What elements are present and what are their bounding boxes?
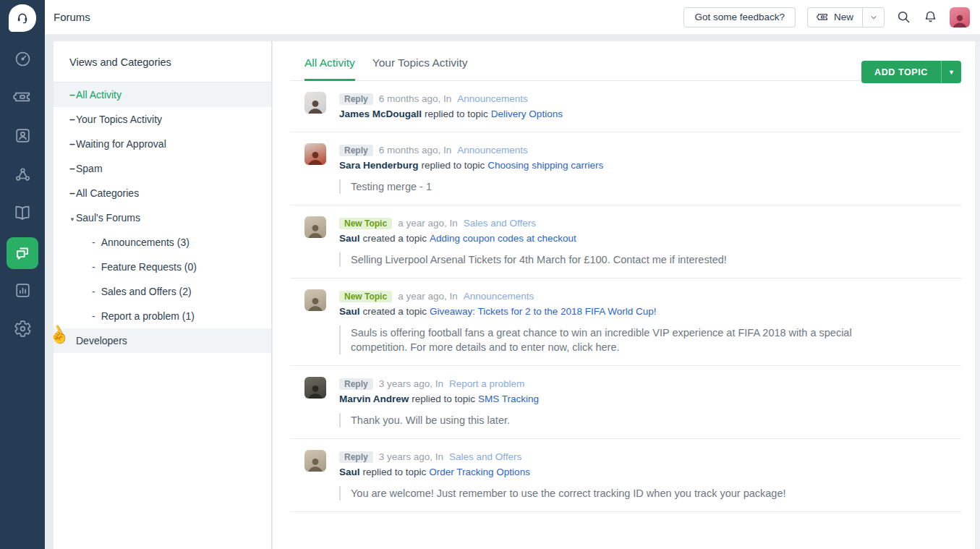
top-bar: Forums Got some feedback? New <box>45 0 980 35</box>
activity-tabs: All Activity Your Topics Activity <box>290 56 961 81</box>
action-text: created a topic <box>363 306 427 317</box>
category-developers[interactable]: Developers <box>54 328 271 353</box>
view-your-topics-activity[interactable]: – Your Topics Activity <box>54 107 271 132</box>
forum-label: Report a problem (1) <box>101 310 195 322</box>
action-text: replied to topic <box>425 108 488 119</box>
page-title: Forums <box>54 11 90 23</box>
community-icon[interactable] <box>0 163 45 185</box>
category-link[interactable]: Sales and Offers <box>464 218 536 229</box>
dash-marker: – <box>54 114 76 125</box>
main-header: All Activity Your Topics Activity ADD TO… <box>290 41 961 81</box>
analytics-icon[interactable] <box>0 279 45 301</box>
actor-name: James McDougall <box>339 108 422 119</box>
actor-name: Saul <box>339 306 360 317</box>
app-logo[interactable] <box>9 4 36 32</box>
actor-name: Marvin Andrew <box>339 393 409 404</box>
add-topic-button[interactable]: ADD TOPIC <box>861 61 941 83</box>
actor-name: Sara Henderburg <box>339 160 419 171</box>
topic-link[interactable]: Delivery Options <box>491 108 563 119</box>
view-label: All Categories <box>76 187 139 199</box>
search-icon <box>896 9 911 25</box>
forum-sales-and-offers[interactable]: - Sales and Offers (2) <box>54 279 271 304</box>
view-label: Your Topics Activity <box>76 114 162 125</box>
status-badge: New Topic <box>339 218 392 229</box>
caret-expanded-icon[interactable]: ▼ <box>54 212 76 224</box>
tab-your-topics-activity[interactable]: Your Topics Activity <box>372 56 468 81</box>
view-label: Waiting for Approval <box>76 138 166 150</box>
add-topic-split-button: ADD TOPIC ▼ <box>861 61 961 83</box>
forums-icon[interactable] <box>7 237 38 269</box>
bell-icon <box>923 9 938 25</box>
add-topic-dropdown-button[interactable]: ▼ <box>941 61 961 83</box>
topic-link[interactable]: Giveaway: Tickets for 2 to the 2018 FIFA… <box>430 306 656 317</box>
status-badge: New Topic <box>339 291 392 302</box>
entry-meta: a year ago, In <box>398 291 458 302</box>
tab-all-activity[interactable]: All Activity <box>304 56 355 81</box>
view-all-activity[interactable]: – All Activity <box>54 82 271 107</box>
forum-feature-requests[interactable]: - Feature Requests (0) <box>54 255 271 279</box>
entry-meta: 3 years ago, In <box>379 378 443 389</box>
category-sauls-forums[interactable]: ▼ Saul's Forums <box>54 205 271 230</box>
feed-entry: Reply 6 months ago, In Announcements Jam… <box>290 81 961 132</box>
topic-link[interactable]: Adding coupon codes at checkout <box>430 233 576 244</box>
avatar <box>304 143 326 165</box>
feed-entry: New Topic a year ago, In Announcements S… <box>290 278 961 366</box>
view-all-categories[interactable]: – All Categories <box>54 181 271 205</box>
dash-marker: – <box>54 163 76 174</box>
topic-excerpt: Sauls is offering football fans a great … <box>339 325 889 354</box>
notifications-button[interactable] <box>923 9 938 25</box>
avatar <box>304 289 326 311</box>
entry-meta: 3 years ago, In <box>379 451 443 462</box>
scrollbar-track[interactable] <box>975 41 980 549</box>
forum-label: Announcements (3) <box>101 237 189 248</box>
view-waiting-for-approval[interactable]: – Waiting for Approval <box>54 132 271 156</box>
entry-meta: a year ago, In <box>398 218 458 229</box>
action-text: created a topic <box>363 233 427 244</box>
entry-meta: 6 months ago, In <box>379 145 452 156</box>
search-button[interactable] <box>896 9 911 25</box>
new-button-label: New <box>834 12 853 22</box>
ticket-icon <box>817 11 829 23</box>
topic-link[interactable]: SMS Tracking <box>478 393 539 404</box>
feed-entry: Reply 3 years ago, In Sales and Offers S… <box>290 439 961 512</box>
forum-report-a-problem[interactable]: - Report a problem (1) <box>54 304 271 328</box>
forum-announcements[interactable]: - Announcements (3) <box>54 230 271 255</box>
dash-marker: - <box>92 261 95 273</box>
action-text: replied to topic <box>363 467 427 477</box>
status-badge: Reply <box>339 451 373 463</box>
forum-label: Feature Requests (0) <box>101 261 197 273</box>
topic-link[interactable]: Order Tracking Options <box>429 467 530 477</box>
category-link[interactable]: Sales and Offers <box>449 451 521 462</box>
category-link[interactable]: Announcements <box>464 291 534 302</box>
new-button[interactable]: New <box>808 8 862 27</box>
contacts-icon[interactable] <box>0 124 45 146</box>
reply-excerpt: Thank you. Will be using this later. <box>339 413 889 427</box>
dashboard-icon[interactable] <box>0 48 45 69</box>
reply-excerpt: You are welcome! Just remember to use th… <box>339 486 889 501</box>
views-panel-title: Views and Categories <box>54 41 271 82</box>
headset-logo-icon <box>14 9 31 27</box>
tickets-icon[interactable] <box>0 86 45 108</box>
person-silhouette-icon <box>951 13 968 27</box>
category-link[interactable]: Announcements <box>457 145 528 156</box>
actor-name: Saul <box>339 467 360 477</box>
view-label: All Activity <box>76 89 122 101</box>
dash-marker: – <box>54 187 76 199</box>
category-link[interactable]: Report a problem <box>449 378 524 389</box>
user-avatar[interactable] <box>950 7 970 27</box>
settings-icon[interactable] <box>0 318 45 339</box>
topbar-actions: Got some feedback? New <box>683 7 970 27</box>
forum-label: Sales and Offers (2) <box>101 286 192 297</box>
actor-name: Saul <box>339 233 360 244</box>
new-dropdown-button[interactable] <box>862 8 884 27</box>
feedback-button[interactable]: Got some feedback? <box>683 7 796 27</box>
avatar <box>304 450 326 472</box>
category-link[interactable]: Announcements <box>457 93 528 104</box>
dash-marker: - <box>92 237 95 248</box>
nav-rail <box>0 0 45 549</box>
new-split-button: New <box>807 7 885 27</box>
solutions-icon[interactable] <box>0 202 45 224</box>
dash-marker: – <box>54 89 76 101</box>
view-spam[interactable]: – Spam <box>54 156 271 181</box>
topic-link[interactable]: Choosing shipping carriers <box>487 160 603 171</box>
